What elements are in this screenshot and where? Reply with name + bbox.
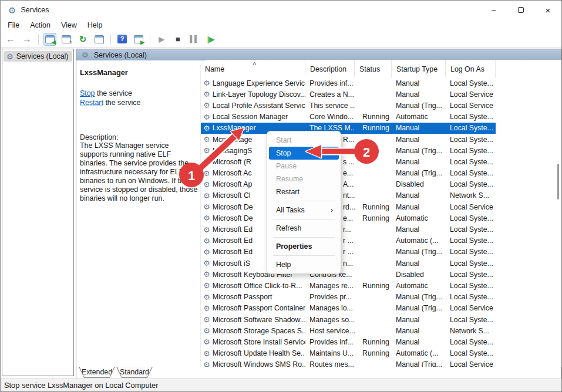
maximize-button[interactable] (507, 1, 534, 19)
tab-standard[interactable]: Standard (116, 367, 153, 378)
context-menu-item-all-tasks[interactable]: All Tasks› (269, 204, 339, 217)
table-row[interactable]: ⚙Microsoft Edr ...Automatic (...Local Sy… (201, 235, 496, 246)
table-row[interactable]: ⚙Microsoft Keyboard FilterControls ke...… (201, 269, 496, 280)
forward-icon[interactable]: → (21, 33, 33, 46)
cell-log-on-as: Network S... (446, 325, 496, 336)
column-header-log-on-as[interactable]: Log On As (446, 60, 496, 77)
cell-name: ⚙Microsoft Windows SMS Ro... (201, 359, 305, 367)
cell-startup-type: Manual (392, 156, 446, 167)
table-row[interactable]: ⚙Microsoft Passport ContainerManages lo.… (201, 303, 496, 314)
close-button[interactable]: × (534, 1, 561, 19)
table-row[interactable]: ⚙Microsoft Clnt...ManualNetwork S... (201, 190, 496, 201)
table-row[interactable]: ⚙Microsoft Derd...RunningManualLocal Ser… (201, 201, 496, 212)
table-row[interactable]: ⚙Microsoft Software Shadow...Manages so.… (201, 314, 496, 325)
table-row[interactable]: ⚙McpManageR...ManualLocal Syste... (201, 134, 496, 145)
table-row[interactable]: ⚙Microsoft Office Click-to-R...Manages r… (201, 280, 496, 291)
menu-action[interactable]: Action (25, 21, 56, 29)
minimize-button[interactable]: − (480, 1, 507, 19)
context-menu-item-refresh[interactable]: Refresh (269, 222, 339, 235)
table-row[interactable]: ⚙Microsoft Windows SMS Ro...Routes mes..… (201, 359, 496, 367)
refresh-icon[interactable]: ↻ (76, 33, 89, 46)
submenu-chevron-icon: › (331, 204, 333, 217)
service-gear-icon: ⚙ (203, 136, 210, 143)
service-name-text: Microsoft Ed (213, 225, 253, 234)
tab-extended[interactable]: Extended (79, 367, 115, 378)
cell-status: Running (355, 280, 392, 291)
stop-service-icon[interactable]: ■ (171, 33, 184, 46)
table-row[interactable]: ⚙Microsoft iSn...ManualLocal Syste... (201, 258, 496, 269)
table-row[interactable]: ⚙MessagingSp...Manual (Trig...Local Syst… (201, 145, 496, 156)
table-row[interactable]: ⚙Microsoft Edr ...Manual (Trig...Local S… (201, 246, 496, 258)
table-row[interactable]: ⚙Language Experience ServiceProvides inf… (201, 77, 496, 89)
table-row[interactable]: ⚙Microsoft Store Install ServiceProvides… (201, 336, 496, 347)
cell-description: Manages so... (305, 314, 355, 325)
cell-name: ⚙Microsoft Software Shadow... (201, 314, 305, 325)
cell-log-on-as: Local Syste... (446, 134, 496, 145)
table-row[interactable]: ⚙Microsoft PassportProvides pr...Manual … (201, 292, 496, 303)
restart-service-link[interactable]: Restart (80, 99, 103, 107)
column-header-startup-type[interactable]: Startup Type (392, 60, 446, 77)
cell-name: ⚙Microsoft Store Install Service (201, 336, 305, 347)
service-name-text: Language Experience Service (213, 79, 305, 87)
menu-help[interactable]: Help (82, 21, 108, 29)
column-header-description[interactable]: Description (305, 60, 355, 77)
sort-ascending-icon: ^ (253, 61, 256, 68)
column-header-name[interactable]: Name^ (201, 60, 305, 77)
table-row[interactable]: ⚙Microsoft (Rs ...ManualLocal Syste... (201, 156, 496, 167)
cell-log-on-as: Local Syste... (446, 123, 496, 134)
restart-service-icon[interactable]: |▶ (204, 33, 217, 46)
status-text: Stop service LxssManager on Local Comput… (4, 381, 158, 390)
cell-log-on-as: Local Syste... (446, 111, 496, 123)
properties-icon[interactable]: ≡ (60, 33, 73, 46)
pause-service-icon[interactable]: ▌▌ (188, 33, 201, 46)
back-icon[interactable]: ← (4, 33, 17, 46)
service-name-text: Link-Layer Topology Discov... (213, 90, 305, 99)
console-tree-panel: ⚙ Services (Local) (2, 49, 74, 376)
service-name-text: Microsoft Update Health Se... (213, 349, 305, 357)
help-icon-box: ? (117, 35, 127, 43)
table-row-selected[interactable]: ⚙LxssManagerThe LXSS M...RunningManualLo… (201, 123, 496, 134)
cell-name: ⚙Microsoft Passport (201, 292, 305, 303)
cell-startup-type: Manual (392, 134, 446, 145)
menu-file[interactable]: File (2, 21, 25, 29)
cell-status (355, 179, 392, 190)
table-row[interactable]: ⚙Microsoft Update Health Se...Maintains … (201, 348, 496, 359)
context-menu-item-properties[interactable]: Properties (269, 240, 339, 253)
tree-item-services-local[interactable]: ⚙ Services (Local) (4, 51, 72, 62)
cell-name: ⚙Microsoft Storage Spaces S... (201, 325, 305, 336)
cell-log-on-as: Local Syste... (446, 258, 496, 269)
context-menu-item-help[interactable]: Help (269, 258, 339, 271)
cell-description: Creates a N... (305, 89, 355, 100)
show-console-tree-icon[interactable]: ◀ (43, 33, 56, 46)
column-header-label: Description (310, 65, 346, 73)
minimize-icon: − (492, 5, 497, 15)
context-menu-item-restart[interactable]: Restart (269, 185, 339, 198)
table-row[interactable]: ⚙Local Session ManagerCore Windo...Runni… (201, 111, 496, 123)
context-menu-item-pause: Pause (269, 160, 339, 173)
cell-status (355, 246, 392, 258)
table-row[interactable]: ⚙Microsoft Storage Spaces S...Host servi… (201, 325, 496, 336)
cell-log-on-as: Local Syste... (446, 145, 496, 156)
cell-description: Provides inf... (305, 77, 355, 89)
table-row[interactable]: ⚙Local Profile Assistant ServiceThis ser… (201, 100, 496, 111)
column-header-status[interactable]: Status (355, 60, 392, 77)
start-service-icon[interactable]: ▶ (155, 33, 168, 46)
cell-startup-type: Manual (392, 336, 446, 347)
menu-view[interactable]: View (56, 21, 82, 29)
help-icon[interactable]: ? (116, 33, 129, 46)
column-header-label: Startup Type (396, 65, 438, 73)
export-list-icon[interactable]: → (93, 33, 106, 46)
cell-name: ⚙Local Profile Assistant Service (201, 100, 305, 111)
vertical-scrollbar[interactable] (557, 164, 559, 200)
stop-service-link[interactable]: Stop (80, 89, 95, 97)
table-row[interactable]: ⚙Microsoft Edr...ManualLocal Syste... (201, 224, 496, 235)
table-row[interactable]: ⚙Microsoft ApA...DisabledLocal Syste... (201, 179, 496, 190)
context-menu-item-stop[interactable]: Stop (269, 147, 339, 160)
table-row[interactable]: ⚙Microsoft Ace...Manual (Trig...Local Sy… (201, 168, 496, 179)
table-row[interactable]: ⚙Microsoft Dee...RunningAutomaticLocal S… (201, 212, 496, 224)
cell-status: Running (355, 212, 392, 224)
tab-label: Standard (117, 367, 152, 377)
toolbar: ←→◀≡↻→?▶▶■▌▌|▶ (1, 31, 561, 48)
table-row[interactable]: ⚙Link-Layer Topology Discov...Creates a … (201, 89, 496, 100)
extended-view-icon[interactable]: ▶ (132, 33, 145, 46)
